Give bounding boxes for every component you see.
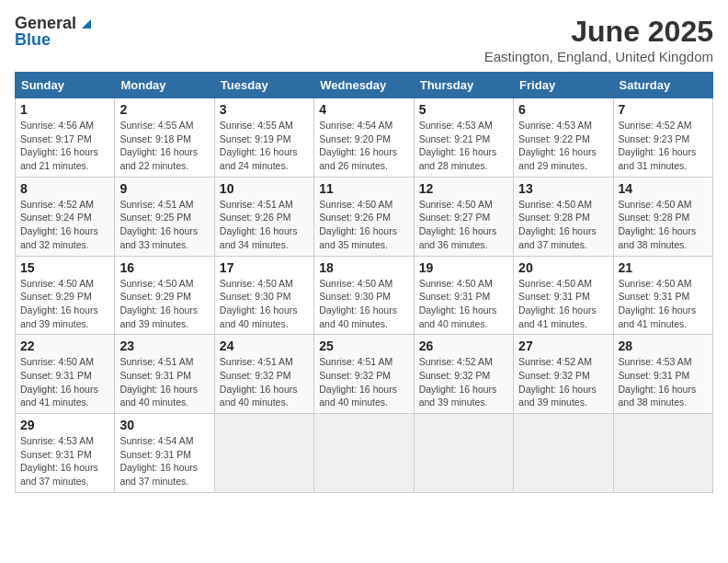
day-number: 4 — [319, 102, 408, 117]
table-row: 7Sunrise: 4:52 AMSunset: 9:23 PMDaylight… — [613, 98, 712, 178]
col-thursday: Thursday — [414, 73, 513, 98]
day-detail: Sunrise: 4:56 AMSunset: 9:17 PMDaylight:… — [20, 119, 109, 173]
day-detail: Sunrise: 4:50 AMSunset: 9:31 PMDaylight:… — [20, 355, 109, 409]
logo-arrow-icon — [78, 16, 95, 32]
col-tuesday: Tuesday — [214, 73, 313, 98]
calendar-header-row: Sunday Monday Tuesday Wednesday Thursday… — [16, 73, 713, 98]
day-number: 29 — [20, 418, 109, 432]
col-monday: Monday — [115, 73, 214, 98]
calendar-week-row: 22Sunrise: 4:50 AMSunset: 9:31 PMDayligh… — [16, 335, 713, 414]
col-wednesday: Wednesday — [314, 73, 414, 98]
day-number: 20 — [518, 260, 608, 275]
table-row: 14Sunrise: 4:50 AMSunset: 9:28 PMDayligh… — [613, 177, 712, 256]
col-saturday: Saturday — [613, 73, 712, 98]
day-detail: Sunrise: 4:50 AMSunset: 9:26 PMDaylight:… — [319, 198, 408, 252]
day-number: 23 — [119, 339, 209, 353]
day-number: 27 — [518, 339, 608, 353]
day-number: 21 — [619, 260, 708, 275]
day-number: 14 — [619, 181, 708, 196]
table-row: 3Sunrise: 4:55 AMSunset: 9:19 PMDaylight… — [214, 98, 313, 178]
calendar-table: Sunday Monday Tuesday Wednesday Thursday… — [15, 72, 713, 493]
day-detail: Sunrise: 4:50 AMSunset: 9:27 PMDaylight:… — [419, 198, 508, 252]
table-row: 11Sunrise: 4:50 AMSunset: 9:26 PMDayligh… — [314, 177, 414, 256]
table-row: 16Sunrise: 4:50 AMSunset: 9:29 PMDayligh… — [115, 256, 214, 335]
day-detail: Sunrise: 4:50 AMSunset: 9:31 PMDaylight:… — [518, 277, 608, 331]
day-detail: Sunrise: 4:50 AMSunset: 9:29 PMDaylight:… — [20, 277, 109, 331]
day-detail: Sunrise: 4:52 AMSunset: 9:24 PMDaylight:… — [20, 198, 109, 252]
day-detail: Sunrise: 4:51 AMSunset: 9:32 PMDaylight:… — [319, 355, 408, 409]
day-detail: Sunrise: 4:54 AMSunset: 9:31 PMDaylight:… — [119, 434, 209, 488]
table-row: 25Sunrise: 4:51 AMSunset: 9:32 PMDayligh… — [314, 335, 414, 414]
day-number: 7 — [619, 102, 708, 117]
calendar-week-row: 15Sunrise: 4:50 AMSunset: 9:29 PMDayligh… — [16, 256, 713, 335]
table-row: 22Sunrise: 4:50 AMSunset: 9:31 PMDayligh… — [16, 335, 115, 414]
day-detail: Sunrise: 4:50 AMSunset: 9:31 PMDaylight:… — [619, 277, 708, 331]
page-header: General Blue June 2025 Eastington, Engla… — [15, 15, 713, 64]
day-number: 9 — [119, 181, 209, 196]
day-number: 6 — [518, 102, 608, 117]
day-detail: Sunrise: 4:53 AMSunset: 9:31 PMDaylight:… — [20, 434, 109, 488]
day-number: 17 — [220, 260, 309, 275]
table-row — [214, 414, 313, 493]
day-number: 18 — [319, 260, 408, 275]
day-detail: Sunrise: 4:55 AMSunset: 9:18 PMDaylight:… — [119, 119, 209, 173]
day-number: 2 — [119, 102, 209, 117]
table-row: 2Sunrise: 4:55 AMSunset: 9:18 PMDaylight… — [115, 98, 214, 178]
day-detail: Sunrise: 4:50 AMSunset: 9:30 PMDaylight:… — [220, 277, 309, 331]
calendar-week-row: 1Sunrise: 4:56 AMSunset: 9:17 PMDaylight… — [16, 98, 713, 178]
day-detail: Sunrise: 4:51 AMSunset: 9:32 PMDaylight:… — [220, 355, 309, 409]
day-number: 13 — [518, 181, 608, 196]
day-number: 11 — [319, 181, 408, 196]
table-row: 29Sunrise: 4:53 AMSunset: 9:31 PMDayligh… — [16, 414, 115, 493]
day-number: 25 — [319, 339, 408, 353]
logo-blue-text: Blue — [15, 31, 51, 50]
table-row: 10Sunrise: 4:51 AMSunset: 9:26 PMDayligh… — [214, 177, 313, 256]
table-row: 23Sunrise: 4:51 AMSunset: 9:31 PMDayligh… — [115, 335, 214, 414]
table-row — [414, 414, 513, 493]
table-row: 13Sunrise: 4:50 AMSunset: 9:28 PMDayligh… — [514, 177, 613, 256]
table-row: 1Sunrise: 4:56 AMSunset: 9:17 PMDaylight… — [16, 98, 115, 178]
table-row — [314, 414, 414, 493]
day-number: 5 — [419, 102, 508, 117]
table-row: 30Sunrise: 4:54 AMSunset: 9:31 PMDayligh… — [115, 414, 214, 493]
day-number: 15 — [20, 260, 109, 275]
location-subtitle: Eastington, England, United Kingdom — [484, 49, 713, 64]
day-number: 12 — [419, 181, 508, 196]
day-detail: Sunrise: 4:51 AMSunset: 9:25 PMDaylight:… — [119, 198, 209, 252]
day-detail: Sunrise: 4:53 AMSunset: 9:22 PMDaylight:… — [518, 119, 608, 173]
day-detail: Sunrise: 4:50 AMSunset: 9:28 PMDaylight:… — [518, 198, 608, 252]
col-friday: Friday — [514, 73, 613, 98]
day-detail: Sunrise: 4:52 AMSunset: 9:23 PMDaylight:… — [619, 119, 708, 173]
table-row: 18Sunrise: 4:50 AMSunset: 9:30 PMDayligh… — [314, 256, 414, 335]
table-row: 17Sunrise: 4:50 AMSunset: 9:30 PMDayligh… — [214, 256, 313, 335]
svg-marker-0 — [82, 19, 91, 29]
calendar-week-row: 8Sunrise: 4:52 AMSunset: 9:24 PMDaylight… — [16, 177, 713, 256]
table-row: 6Sunrise: 4:53 AMSunset: 9:22 PMDaylight… — [514, 98, 613, 178]
col-sunday: Sunday — [16, 73, 115, 98]
calendar-week-row: 29Sunrise: 4:53 AMSunset: 9:31 PMDayligh… — [16, 414, 713, 493]
day-detail: Sunrise: 4:55 AMSunset: 9:19 PMDaylight:… — [220, 119, 309, 173]
table-row: 26Sunrise: 4:52 AMSunset: 9:32 PMDayligh… — [414, 335, 513, 414]
table-row: 12Sunrise: 4:50 AMSunset: 9:27 PMDayligh… — [414, 177, 513, 256]
table-row: 15Sunrise: 4:50 AMSunset: 9:29 PMDayligh… — [16, 256, 115, 335]
table-row: 28Sunrise: 4:53 AMSunset: 9:31 PMDayligh… — [613, 335, 712, 414]
table-row: 8Sunrise: 4:52 AMSunset: 9:24 PMDaylight… — [16, 177, 115, 256]
day-detail: Sunrise: 4:50 AMSunset: 9:31 PMDaylight:… — [419, 277, 508, 331]
day-number: 26 — [419, 339, 508, 353]
table-row: 9Sunrise: 4:51 AMSunset: 9:25 PMDaylight… — [115, 177, 214, 256]
day-detail: Sunrise: 4:52 AMSunset: 9:32 PMDaylight:… — [419, 355, 508, 409]
day-number: 22 — [20, 339, 109, 353]
table-row: 24Sunrise: 4:51 AMSunset: 9:32 PMDayligh… — [214, 335, 313, 414]
month-year-title: June 2025 — [484, 15, 713, 49]
day-number: 1 — [20, 102, 109, 117]
day-number: 30 — [119, 418, 209, 432]
day-detail: Sunrise: 4:50 AMSunset: 9:29 PMDaylight:… — [119, 277, 209, 331]
table-row — [613, 414, 712, 493]
table-row: 19Sunrise: 4:50 AMSunset: 9:31 PMDayligh… — [414, 256, 513, 335]
day-number: 3 — [220, 102, 309, 117]
day-detail: Sunrise: 4:52 AMSunset: 9:32 PMDaylight:… — [518, 355, 608, 409]
day-detail: Sunrise: 4:51 AMSunset: 9:31 PMDaylight:… — [119, 355, 209, 409]
day-number: 10 — [220, 181, 309, 196]
day-number: 19 — [419, 260, 508, 275]
table-row: 27Sunrise: 4:52 AMSunset: 9:32 PMDayligh… — [514, 335, 613, 414]
